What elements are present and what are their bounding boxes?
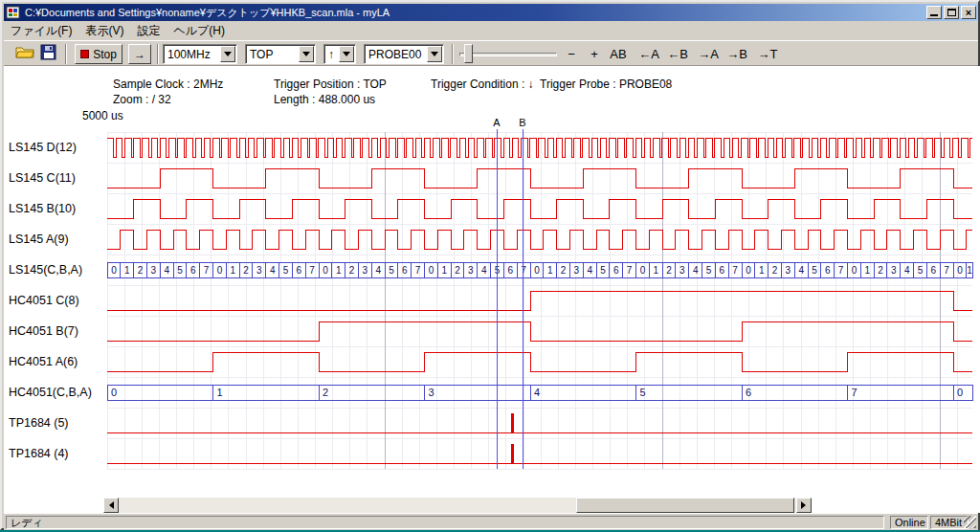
channel-label[interactable]: HC4051(C,B,A) (9, 377, 92, 408)
length-info: Length : 488.000 us (274, 93, 375, 106)
dropdown-button[interactable] (427, 46, 442, 62)
menu-bar: ファイル(F) 表示(V) 設定 ヘルプ(H) (4, 21, 978, 40)
minimize-button[interactable] (926, 6, 942, 19)
channel-label[interactable]: LS145(C,B,A) (9, 255, 82, 285)
stop-icon (80, 50, 89, 58)
save-floppy-icon (40, 44, 56, 60)
chevron-down-icon (302, 52, 310, 60)
trigger-position-value: TOP (250, 48, 273, 61)
goto-marker-a-left-button[interactable]: ←A (635, 45, 662, 63)
dropdown-button[interactable] (339, 46, 354, 62)
chevron-down-icon (224, 52, 232, 60)
scrollbar-thumb[interactable] (576, 498, 794, 513)
waveform-client-area (4, 66, 980, 513)
probe-select[interactable]: PROBE00 (364, 44, 444, 64)
channel-label[interactable]: LS145 B(10) (9, 193, 76, 224)
open-button[interactable] (15, 44, 36, 64)
trigger-edge-value: ↑ (328, 48, 334, 61)
channel-label[interactable]: LS145 C(11) (9, 163, 76, 193)
channel-label[interactable]: HC4051 C(8) (9, 285, 79, 316)
resize-grip[interactable] (964, 516, 976, 528)
arrow-left-icon (105, 501, 114, 509)
minimize-icon (930, 14, 938, 16)
run-button[interactable]: → (128, 44, 151, 64)
zoom-info: Zoom : / 32 (113, 93, 171, 106)
zoom-in-button[interactable]: + (584, 45, 605, 63)
menu-view[interactable]: 表示(V) (78, 21, 130, 41)
channel-label[interactable]: LS145 D(12) (9, 132, 77, 163)
status-memory-pane: 4MBit (930, 516, 969, 529)
maximize-icon (947, 9, 956, 16)
time-per-div-label: 5000 us (82, 109, 123, 122)
ab-button[interactable]: AB (605, 45, 632, 63)
status-memory-text: 4MBit (935, 517, 962, 528)
close-button[interactable]: × (961, 6, 976, 19)
dropdown-button[interactable] (299, 46, 314, 62)
chevron-down-icon (431, 52, 438, 60)
channel-label[interactable]: TP1684 (5) (9, 408, 69, 438)
scroll-right-button[interactable] (796, 498, 812, 513)
chevron-down-icon (343, 52, 350, 60)
slider-track[interactable] (459, 53, 557, 56)
window-title: C:¥Documents and Settings¥noname¥デスクトップ¥… (21, 6, 926, 20)
toolbar-separator (157, 44, 159, 64)
channel-label[interactable]: HC4051 A(6) (9, 346, 78, 377)
open-folder-icon (15, 44, 34, 59)
status-bar: レディ Online 4MBit (4, 513, 978, 530)
app-window: C:¥Documents and Settings¥noname¥デスクトップ¥… (0, 0, 980, 530)
dropdown-button[interactable] (220, 46, 235, 62)
menu-file[interactable]: ファイル(F) (4, 21, 78, 41)
zoom-out-button[interactable]: − (561, 45, 582, 63)
goto-marker-b-right-button[interactable]: →B (724, 45, 750, 63)
app-icon (6, 6, 21, 19)
sample-clock-info: Sample Clock : 2MHz (113, 78, 223, 91)
goto-marker-a-right-button[interactable]: →A (695, 45, 722, 63)
arrow-right-icon (801, 501, 810, 509)
status-ready-pane: レディ (6, 516, 884, 529)
stop-label: Stop (93, 48, 117, 61)
trigger-edge-select[interactable]: ↑ (323, 44, 356, 64)
zoom-slider[interactable] (459, 44, 557, 64)
scroll-left-button[interactable] (103, 498, 119, 513)
channel-label[interactable]: LS145 A(9) (9, 224, 69, 255)
channel-label[interactable]: HC4051 B(7) (9, 316, 78, 346)
stop-button[interactable]: Stop (75, 44, 122, 64)
close-icon: × (966, 7, 971, 18)
title-bar[interactable]: C:¥Documents and Settings¥noname¥デスクトップ¥… (4, 4, 978, 21)
trigger-position-info: Trigger Position : TOP (274, 78, 387, 91)
channel-label[interactable]: TP1684 (4) (9, 438, 69, 469)
toolbar: Stop → 100MHz TOP ↑ PROBE00 − + AB ←A ←B (4, 40, 978, 66)
maximize-button[interactable] (944, 6, 959, 19)
status-online-text: Online (895, 517, 925, 528)
menu-settings[interactable]: 設定 (130, 21, 167, 41)
goto-trigger-button[interactable]: →T (754, 45, 781, 63)
menu-help[interactable]: ヘルプ(H) (167, 21, 232, 41)
run-arrow-icon: → (134, 48, 145, 61)
toolbar-separator (65, 44, 67, 64)
trigger-probe-info: Trigger Probe : PROBE08 (540, 78, 672, 91)
probe-value: PROBE00 (368, 48, 421, 61)
horizontal-scrollbar[interactable] (103, 498, 812, 513)
slider-thumb[interactable] (464, 44, 473, 63)
toolbar-separator (452, 44, 454, 64)
status-online-pane: Online (890, 516, 928, 529)
status-ready-text: レディ (11, 517, 43, 528)
save-button[interactable] (40, 44, 59, 64)
sample-clock-select[interactable]: 100MHz (163, 44, 237, 64)
trigger-position-select[interactable]: TOP (245, 44, 316, 64)
trigger-condition-info: Trigger Condition : ↓ (431, 78, 534, 91)
goto-marker-b-left-button[interactable]: ←B (664, 45, 691, 63)
sample-clock-value: 100MHz (167, 48, 211, 61)
